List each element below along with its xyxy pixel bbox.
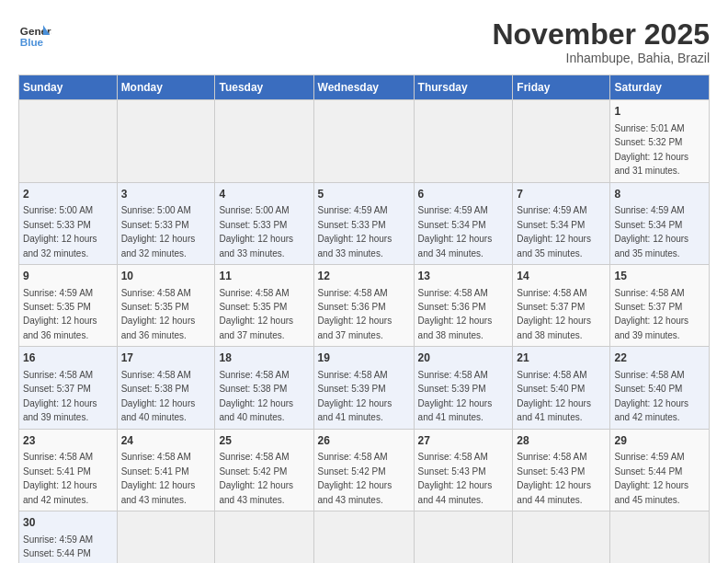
calendar-cell: 26Sunrise: 4:58 AM Sunset: 5:42 PM Dayli… — [313, 429, 414, 511]
day-info: Sunrise: 4:58 AM Sunset: 5:36 PM Dayligh… — [318, 288, 392, 340]
day-info: Sunrise: 4:58 AM Sunset: 5:41 PM Dayligh… — [23, 452, 97, 504]
day-info: Sunrise: 5:01 AM Sunset: 5:32 PM Dayligh… — [614, 123, 688, 176]
calendar-cell — [610, 511, 710, 563]
day-info: Sunrise: 4:58 AM Sunset: 5:40 PM Dayligh… — [614, 370, 688, 422]
day-info: Sunrise: 4:58 AM Sunset: 5:39 PM Dayligh… — [418, 370, 493, 422]
day-number: 22 — [614, 350, 705, 366]
calendar-cell: 2Sunrise: 5:00 AM Sunset: 5:33 PM Daylig… — [19, 182, 118, 264]
day-number: 12 — [318, 269, 410, 284]
calendar-cell — [513, 100, 610, 182]
day-info: Sunrise: 4:58 AM Sunset: 5:43 PM Dayligh… — [517, 452, 591, 504]
day-number: 16 — [23, 350, 113, 366]
day-info: Sunrise: 4:58 AM Sunset: 5:39 PM Dayligh… — [318, 370, 392, 422]
day-number: 23 — [23, 433, 113, 449]
day-number: 4 — [219, 187, 309, 202]
day-info: Sunrise: 5:00 AM Sunset: 5:33 PM Dayligh… — [23, 205, 97, 258]
dow-header-wednesday: Wednesday — [313, 75, 414, 100]
day-number: 18 — [219, 350, 309, 366]
calendar-cell: 11Sunrise: 4:58 AM Sunset: 5:35 PM Dayli… — [215, 264, 313, 346]
day-number: 2 — [23, 187, 113, 202]
day-number: 17 — [121, 350, 211, 366]
calendar-cell: 24Sunrise: 4:58 AM Sunset: 5:41 PM Dayli… — [117, 429, 215, 511]
day-info: Sunrise: 4:58 AM Sunset: 5:41 PM Dayligh… — [121, 452, 196, 504]
title-block: November 2025 Inhambupe, Bahia, Brazil — [492, 18, 710, 65]
calendar-cell: 15Sunrise: 4:58 AM Sunset: 5:37 PM Dayli… — [610, 264, 710, 346]
day-number: 5 — [318, 187, 410, 202]
day-info: Sunrise: 4:58 AM Sunset: 5:35 PM Dayligh… — [219, 288, 293, 340]
day-info: Sunrise: 4:59 AM Sunset: 5:33 PM Dayligh… — [318, 205, 392, 258]
location-subtitle: Inhambupe, Bahia, Brazil — [492, 51, 710, 65]
day-number: 3 — [121, 187, 211, 202]
dow-header-sunday: Sunday — [19, 75, 118, 100]
calendar-table: SundayMondayTuesdayWednesdayThursdayFrid… — [18, 75, 710, 563]
day-number: 6 — [418, 187, 509, 202]
day-number: 28 — [517, 433, 606, 449]
day-info: Sunrise: 4:58 AM Sunset: 5:37 PM Dayligh… — [23, 370, 97, 422]
page-header: General Blue November 2025 Inhambupe, Ba… — [18, 18, 710, 65]
day-info: Sunrise: 4:59 AM Sunset: 5:34 PM Dayligh… — [614, 205, 688, 258]
calendar-cell: 13Sunrise: 4:58 AM Sunset: 5:36 PM Dayli… — [414, 264, 513, 346]
day-number: 7 — [517, 187, 606, 202]
calendar-cell: 25Sunrise: 4:58 AM Sunset: 5:42 PM Dayli… — [215, 429, 313, 511]
day-info: Sunrise: 4:58 AM Sunset: 5:37 PM Dayligh… — [517, 288, 591, 340]
day-number: 11 — [219, 269, 309, 284]
day-number: 27 — [418, 433, 509, 449]
calendar-cell — [215, 511, 313, 563]
day-number: 1 — [614, 104, 705, 120]
day-number: 21 — [517, 350, 606, 366]
day-number: 29 — [614, 433, 705, 449]
calendar-cell: 8Sunrise: 4:59 AM Sunset: 5:34 PM Daylig… — [610, 182, 710, 264]
calendar-cell: 30Sunrise: 4:59 AM Sunset: 5:44 PM Dayli… — [19, 511, 118, 563]
calendar-cell: 18Sunrise: 4:58 AM Sunset: 5:38 PM Dayli… — [215, 347, 313, 429]
day-info: Sunrise: 4:58 AM Sunset: 5:36 PM Dayligh… — [418, 288, 493, 340]
day-info: Sunrise: 4:59 AM Sunset: 5:34 PM Dayligh… — [517, 205, 591, 258]
calendar-cell: 27Sunrise: 4:58 AM Sunset: 5:43 PM Dayli… — [414, 429, 513, 511]
day-number: 8 — [614, 187, 705, 202]
calendar-cell: 10Sunrise: 4:58 AM Sunset: 5:35 PM Dayli… — [117, 264, 215, 346]
day-info: Sunrise: 4:59 AM Sunset: 5:44 PM Dayligh… — [614, 452, 688, 504]
day-info: Sunrise: 4:58 AM Sunset: 5:38 PM Dayligh… — [121, 370, 196, 422]
day-number: 26 — [318, 433, 410, 449]
day-info: Sunrise: 4:59 AM Sunset: 5:34 PM Dayligh… — [418, 205, 493, 258]
day-number: 20 — [418, 350, 509, 366]
day-number: 30 — [23, 515, 113, 531]
dow-header-friday: Friday — [513, 75, 610, 100]
day-number: 25 — [219, 433, 309, 449]
day-info: Sunrise: 4:58 AM Sunset: 5:38 PM Dayligh… — [219, 370, 293, 422]
calendar-cell: 17Sunrise: 4:58 AM Sunset: 5:38 PM Dayli… — [117, 347, 215, 429]
calendar-cell — [313, 100, 414, 182]
dow-header-thursday: Thursday — [414, 75, 513, 100]
calendar-cell — [117, 100, 215, 182]
dow-header-monday: Monday — [117, 75, 215, 100]
day-number: 10 — [121, 269, 211, 284]
calendar-cell: 12Sunrise: 4:58 AM Sunset: 5:36 PM Dayli… — [313, 264, 414, 346]
calendar-cell — [414, 100, 513, 182]
dow-header-tuesday: Tuesday — [215, 75, 313, 100]
day-number: 24 — [121, 433, 211, 449]
day-info: Sunrise: 4:58 AM Sunset: 5:42 PM Dayligh… — [318, 452, 392, 504]
day-number: 13 — [418, 269, 509, 284]
calendar-cell — [215, 100, 313, 182]
calendar-cell: 5Sunrise: 4:59 AM Sunset: 5:33 PM Daylig… — [313, 182, 414, 264]
day-info: Sunrise: 5:00 AM Sunset: 5:33 PM Dayligh… — [121, 205, 196, 258]
svg-text:Blue: Blue — [20, 36, 44, 48]
calendar-cell: 19Sunrise: 4:58 AM Sunset: 5:39 PM Dayli… — [313, 347, 414, 429]
day-number: 9 — [23, 269, 113, 284]
calendar-cell: 4Sunrise: 5:00 AM Sunset: 5:33 PM Daylig… — [215, 182, 313, 264]
day-info: Sunrise: 4:58 AM Sunset: 5:43 PM Dayligh… — [418, 452, 493, 504]
calendar-cell: 9Sunrise: 4:59 AM Sunset: 5:35 PM Daylig… — [19, 264, 118, 346]
logo-icon: General Blue — [18, 18, 51, 52]
calendar-cell: 28Sunrise: 4:58 AM Sunset: 5:43 PM Dayli… — [513, 429, 610, 511]
calendar-cell — [117, 511, 215, 563]
calendar-cell: 14Sunrise: 4:58 AM Sunset: 5:37 PM Dayli… — [513, 264, 610, 346]
calendar-cell: 21Sunrise: 4:58 AM Sunset: 5:40 PM Dayli… — [513, 347, 610, 429]
day-number: 14 — [517, 269, 606, 284]
day-number: 15 — [614, 269, 705, 284]
day-info: Sunrise: 4:58 AM Sunset: 5:42 PM Dayligh… — [219, 452, 293, 504]
calendar-cell: 7Sunrise: 4:59 AM Sunset: 5:34 PM Daylig… — [513, 182, 610, 264]
day-info: Sunrise: 4:58 AM Sunset: 5:40 PM Dayligh… — [517, 370, 591, 422]
calendar-cell: 16Sunrise: 4:58 AM Sunset: 5:37 PM Dayli… — [19, 347, 118, 429]
calendar-cell: 29Sunrise: 4:59 AM Sunset: 5:44 PM Dayli… — [610, 429, 710, 511]
calendar-cell: 3Sunrise: 5:00 AM Sunset: 5:33 PM Daylig… — [117, 182, 215, 264]
day-number: 19 — [318, 350, 410, 366]
